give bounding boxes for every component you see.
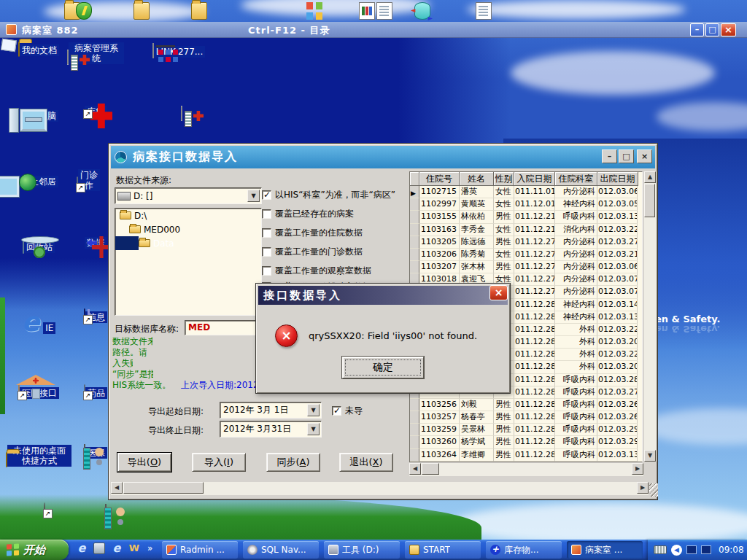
taskbar-task[interactable]: SQL Nav... [243,541,319,559]
folder-item[interactable]: MED000 [115,222,150,236]
desktop-icon-disease[interactable]: 疾病 [67,104,124,117]
windows-logo-icon[interactable] [306,2,322,20]
network-tray-icon[interactable] [701,545,711,554]
taskbar-task[interactable]: 工具 (D:) [324,541,400,559]
checkbox[interactable] [262,190,271,200]
option-row[interactable]: 覆盖已经存在的病案 [262,208,296,220]
column-header[interactable]: 入院日期 [514,172,555,186]
desktop-icon-person-card[interactable] [77,505,134,518]
desktop-icon-link-277[interactable]: LINK-277... [146,44,212,58]
drive-combobox[interactable]: D: [] ▼ [115,187,262,204]
table-row[interactable]: 1103207 张木林 男性 011.12.27 内分泌科 012.03.06 [410,261,642,273]
option-row[interactable]: 覆盖工作量的门诊数据 [262,246,303,258]
desktop-icon-clinic[interactable]: 门诊 作 [63,169,114,191]
taskbar-task[interactable]: 病案室 ... [567,541,643,559]
action-button[interactable]: 退出(X) [339,453,393,472]
desktop-icon-my-documents[interactable]: 我的文档 [10,42,67,56]
chevron-down-icon[interactable]: ▼ [307,404,320,416]
scroll-right-icon[interactable]: ▶ [637,482,649,494]
table-row[interactable]: 1102715 潘英 女性 011.11.01 内分泌科 012.03.06 [410,186,450,198]
resize-grip[interactable] [649,483,658,497]
checkbox[interactable] [262,209,271,219]
checkbox[interactable] [332,406,341,416]
column-header[interactable]: 住院号 [419,172,460,186]
option-row[interactable]: 以HIS“科室”为准，而非“病区” [262,189,302,201]
table-row[interactable]: 1103256 刘毅 男性 011.12.28 呼吸内科 012.03.26 [410,399,642,411]
window-minimize-button[interactable]: – [602,149,617,163]
checkbox[interactable] [262,247,271,257]
folder-item[interactable]: Data [115,236,139,250]
desktop-icon-medical-device[interactable] [153,106,210,120]
scroll-up-icon[interactable]: ▲ [644,171,656,183]
chevron-more-icon[interactable]: » [147,543,152,553]
chevron-down-icon[interactable]: ▼ [247,190,260,202]
column-header[interactable]: 住院科室 [555,172,597,186]
keyboard-tray-icon[interactable] [654,545,667,554]
scroll-right-icon[interactable]: ▶ [632,463,643,475]
desktop-icon-ie[interactable]: e IE [10,309,67,335]
table-row[interactable]: 1103205 陈远德 男性 011.12.27 内分泌科 012.03.27 [410,236,452,249]
ok-button[interactable]: 确定 [342,357,424,378]
desktop-icon-medical-records-system[interactable]: 病案管理系统 [67,42,123,64]
top-folder-icon[interactable] [191,2,207,20]
dialog-title-bar[interactable]: 接口数据导入 [258,286,508,305]
table-row[interactable]: 1103257 杨春亭 男性 011.12.28 呼吸内科 012.03.26 [410,411,642,424]
app-minimize-button[interactable]: – [690,23,704,36]
chevron-down-icon[interactable]: ▼ [307,423,320,435]
network-tray-icon[interactable] [686,545,697,554]
option-row[interactable]: 覆盖工作量的住院数据 [262,227,282,239]
action-button[interactable]: 导出(O) [117,453,171,472]
desktop-icon-recycle-bin[interactable]: 回收站 [10,239,67,253]
spreadsheet-icon[interactable] [359,2,375,20]
scrollbar-thumb[interactable] [123,482,204,494]
desktop-icon-hospital-interface[interactable]: 医院接口 [10,385,67,399]
app-close-button[interactable]: × [721,23,736,36]
option-row[interactable]: 覆盖工作量的观察室数据 [262,265,304,277]
table-row[interactable]: 1102997 黄顺英 女性 011.12.01 神经内科 012.03.05 [410,198,444,211]
window-horizontal-scrollbar[interactable]: ◀ ▶ [111,482,649,495]
scroll-left-icon[interactable]: ◀ [111,482,123,494]
table-horizontal-scrollbar[interactable]: ◀ ▶ [409,463,643,476]
start-button[interactable]: 开始 [0,540,69,560]
desktop-icon-pie-chart[interactable] [16,503,73,517]
dialog-close-button[interactable]: × [489,285,508,300]
export-end-date-picker[interactable]: 2012年 3月31日 ▼ [220,421,322,438]
scrollbar-thumb[interactable] [644,184,655,217]
window-close-button[interactable]: × [637,149,652,163]
scroll-down-icon[interactable]: ▼ [644,450,656,462]
folder-item[interactable]: D:\ [115,209,155,222]
table-row[interactable]: 1103163 李秀金 女性 011.12.21 消化内科 012.03.22 [410,224,451,236]
column-header[interactable]: 出院日期 [597,172,638,186]
desktop-icon-my-computer[interactable]: 我的电脑 [10,108,67,122]
checkbox[interactable] [262,266,271,276]
export-start-date-picker[interactable]: 2012年 3月 1日 ▼ [220,402,322,419]
browser-icon[interactable]: e [111,542,123,554]
action-button[interactable]: 导入(I) [192,453,246,472]
top-folder-icon[interactable] [133,2,150,20]
window-title-bar[interactable]: 病案接口数据导入 – □ × [111,146,655,168]
taskbar-task[interactable]: Radmin ... [162,541,238,559]
taskbar-task[interactable]: START [405,541,481,559]
ie-quicklaunch-icon[interactable]: e [76,542,88,554]
taskbar-task[interactable]: 库存物... [486,541,562,559]
notepad-icon[interactable] [476,2,492,20]
checkbox[interactable] [262,228,271,238]
unexported-option[interactable]: 未导 [332,405,363,417]
table-row[interactable]: 1103264 李维卿 男性 011.12.28 呼吸内科 012.03.13 [410,449,642,462]
tray-chevron-icon[interactable]: ◀ [671,545,682,556]
scroll-left-icon[interactable]: ◀ [409,463,421,475]
w-app-icon[interactable]: W [128,542,140,554]
desktop-icon-network-places[interactable]: 网上邻居 [10,174,67,187]
table-row[interactable]: 1103155 林依柏 男性 011.12.21 呼吸内科 012.03.13 [410,211,430,223]
antivirus-shield-icon[interactable] [76,2,92,20]
column-header[interactable]: 姓名 [460,172,494,186]
scrollbar-thumb[interactable] [422,463,439,475]
table-row[interactable]: 1103260 杨学斌 男性 011.12.28 呼吸内科 012.03.29 [410,436,642,448]
desktop-icon-unused-shortcuts[interactable]: 未使用的桌面快捷方式 [6,445,70,467]
table-vertical-scrollbar[interactable]: ▲ ▼ [644,171,657,462]
window-maximize-button[interactable]: □ [619,149,634,163]
app-maximize-button[interactable]: □ [705,23,719,36]
action-button[interactable]: 同步(A) [266,453,320,472]
table-row[interactable]: 1103206 陈秀菊 女性 011.12.27 内分泌科 012.03.21 [410,249,451,261]
document-icon[interactable] [376,2,392,20]
